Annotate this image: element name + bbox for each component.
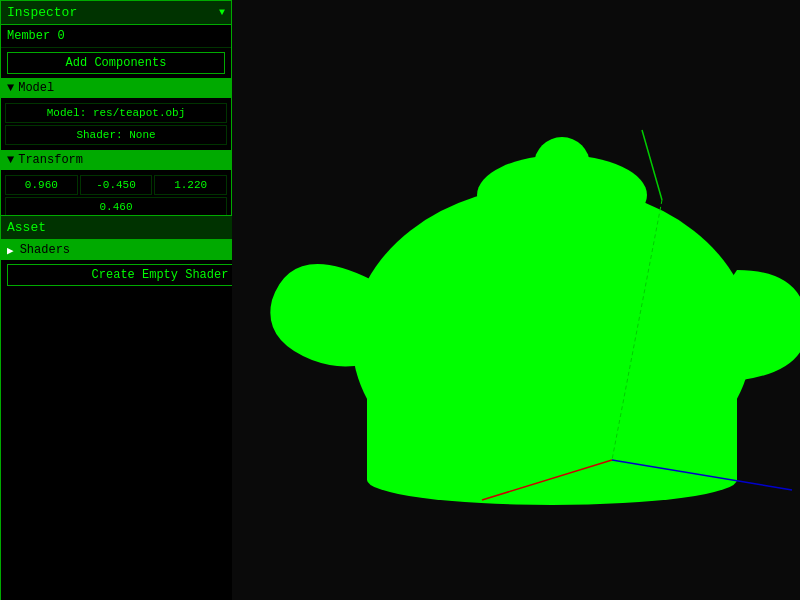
add-components-button[interactable]: Add Components [7, 52, 225, 74]
inspector-header[interactable]: Inspector ▼ [1, 1, 231, 25]
model-section-content: Model: res/teapot.obj Shader: None [1, 98, 231, 150]
shader-value[interactable]: Shader: None [5, 125, 227, 145]
transform-section-label: Transform [18, 153, 83, 167]
transform-x[interactable]: 0.960 [5, 175, 78, 195]
transform-z[interactable]: 1.220 [154, 175, 227, 195]
asset-title: Asset [7, 220, 46, 235]
transform-section-header[interactable]: ▼ Transform [1, 150, 231, 170]
transform-xyz-row: 0.960 -0.450 1.220 [5, 175, 227, 195]
model-section-label: Model [18, 81, 54, 95]
svg-rect-6 [367, 340, 737, 480]
model-path[interactable]: Model: res/teapot.obj [5, 103, 227, 123]
model-section-header[interactable]: ▼ Model [1, 78, 231, 98]
transform-arrow-icon: ▼ [7, 153, 14, 167]
shaders-label: Shaders [20, 243, 70, 257]
teapot-svg [232, 0, 800, 600]
model-arrow-icon: ▼ [7, 81, 14, 95]
inspector-panel: Inspector ▼ Member 0 Add Components ▼ Mo… [0, 0, 232, 223]
inspector-arrow: ▼ [219, 7, 225, 18]
transform-y[interactable]: -0.450 [80, 175, 153, 195]
member-label: Member 0 [1, 25, 231, 48]
svg-rect-4 [487, 185, 642, 220]
teapot-group [270, 130, 800, 505]
transform-w[interactable]: 0.460 [5, 197, 227, 217]
viewport [232, 0, 800, 600]
inspector-title: Inspector [7, 5, 77, 20]
shaders-cursor-icon: ▶ [7, 244, 14, 257]
